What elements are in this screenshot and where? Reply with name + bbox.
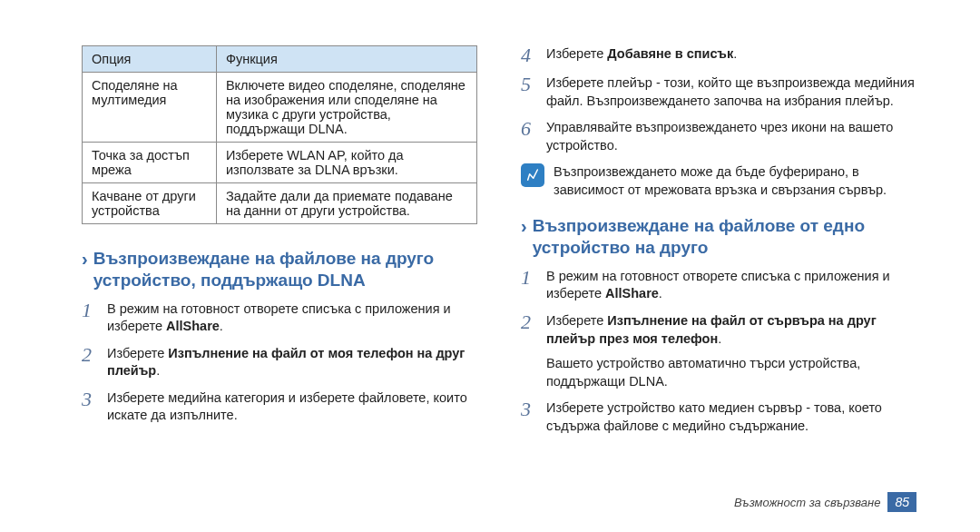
step-item: 1 В режим на готовност отворете списъка … [521, 268, 916, 303]
step-item: 5 Изберете плейър - този, който ще възпр… [521, 74, 916, 110]
options-table: Опция Функция Споделяне на мултимедия Вк… [82, 45, 477, 224]
step-item: 3 Изберете устройство като медиен сървър… [521, 399, 916, 435]
step-number: 3 [521, 399, 537, 419]
note-text: Възпроизвеждането може да бъде буфериран… [554, 163, 916, 199]
step-number: 1 [521, 268, 537, 288]
step-body: В режим на готовност отворете списъка с … [107, 300, 477, 336]
step-number: 6 [521, 119, 537, 139]
step-body: Управлявайте възпроизвеждането чрез икон… [546, 119, 916, 154]
step-item: 3 Изберете медийна категория и изберете … [82, 389, 477, 425]
table-cell: Споделяне на мултимедия [83, 73, 217, 143]
step-item: 4 Изберете Добавяне в списък. [521, 45, 916, 65]
step-body: Изберете плейър - този, който ще възпрои… [546, 74, 916, 110]
table-header-function: Функция [216, 46, 476, 73]
steps-right-top: 4 Изберете Добавяне в списък. 5 Изберете… [521, 45, 916, 154]
note-icon [521, 163, 544, 187]
table-row: Точка за достъп мрежа Изберете WLAN AP, … [83, 143, 477, 183]
table-cell: Точка за достъп мрежа [83, 143, 217, 183]
chevron-icon: › [82, 248, 88, 270]
step-item: 1 В режим на готовност отворете списъка … [82, 300, 477, 336]
step-number: 5 [521, 74, 537, 94]
table-cell: Задайте дали да приемате подаване на дан… [216, 183, 476, 224]
table-cell: Качване от други устройства [83, 183, 217, 224]
table-cell: Включете видео споделяне, споделяне на и… [216, 73, 476, 143]
step-number: 1 [82, 300, 98, 320]
heading-text: Възпроизвеждане на файлове от едно устро… [533, 215, 916, 259]
table-row: Споделяне на мултимедия Включете видео с… [83, 73, 477, 143]
page-number-badge: 85 [887, 492, 916, 512]
step-body: Изберете Изпълнение на файл от сървъра н… [546, 312, 916, 390]
section-heading-left: › Възпроизвеждане на файлове на друго ус… [82, 248, 477, 291]
step-item: 2 Изберете Изпълнение на файл от моя тел… [82, 345, 477, 380]
table-cell: Изберете WLAN AP, който да използвате за… [216, 143, 476, 183]
heading-text: Възпроизвеждане на файлове на друго устр… [93, 248, 477, 291]
table-row: Качване от други устройства Задайте дали… [83, 183, 477, 224]
steps-left: 1 В режим на готовност отворете списъка … [82, 300, 477, 425]
chevron-icon: › [521, 215, 527, 237]
footer-section-label: Възможност за свързване [734, 496, 881, 509]
step-body: Изберете Добавяне в списък. [546, 45, 916, 64]
step-number: 3 [82, 389, 98, 409]
step-body: Изберете устройство като медиен сървър -… [546, 399, 916, 435]
section-heading-right: › Възпроизвеждане на файлове от едно уст… [521, 215, 916, 259]
step-item: 6 Управлявайте възпроизвеждането чрез ик… [521, 119, 916, 154]
steps-right-bottom: 1 В режим на готовност отворете списъка … [521, 268, 916, 436]
step-body: Изберете Изпълнение на файл от моя телеф… [107, 345, 477, 380]
step-number: 2 [82, 345, 98, 365]
table-header-option: Опция [83, 46, 217, 73]
step-body: Изберете медийна категория и изберете фа… [107, 389, 477, 425]
info-note: Възпроизвеждането може да бъде буфериран… [521, 163, 916, 199]
step-item: 2 Изберете Изпълнение на файл от сървъра… [521, 312, 916, 390]
step-body: В режим на готовност отворете списъка с … [546, 268, 916, 303]
step-number: 4 [521, 45, 537, 65]
page-footer: Възможност за свързване 85 [734, 492, 916, 512]
step-number: 2 [521, 312, 537, 332]
